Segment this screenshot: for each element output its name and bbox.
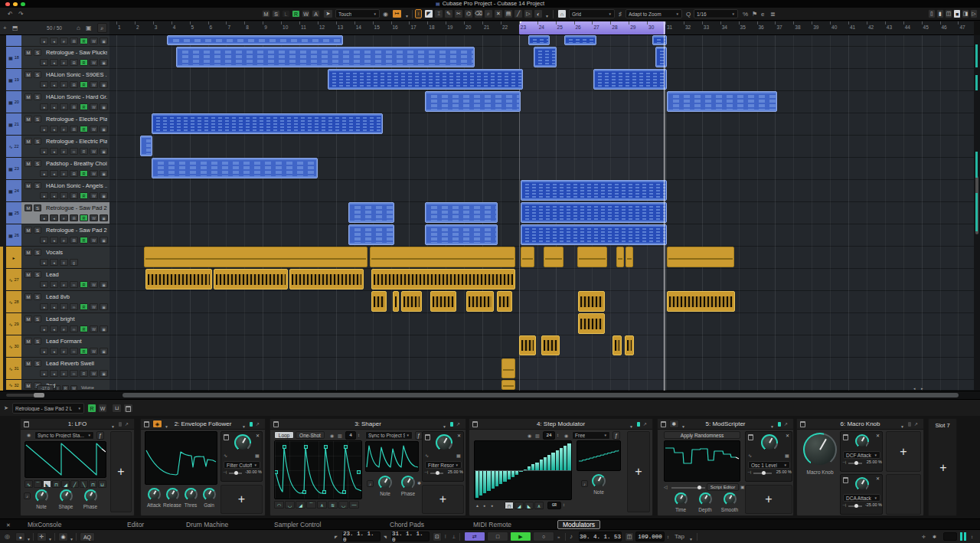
lfo-shape-5[interactable]: ╱ bbox=[70, 480, 79, 488]
settings-icon[interactable]: ✱ bbox=[933, 533, 936, 541]
add-destination-button[interactable]: + bbox=[220, 485, 263, 514]
open-in-window-icon[interactable]: ↗ bbox=[456, 420, 460, 428]
midi-event[interactable] bbox=[521, 180, 667, 201]
freeze-icon[interactable]: ⊞ bbox=[70, 170, 78, 177]
edit-channel-icon[interactable]: e bbox=[60, 325, 68, 332]
track-row-20[interactable]: ▦20MSHALion Sonic - Hard Gr...no●◂e⊞RW▣ bbox=[6, 91, 109, 113]
audio-event[interactable] bbox=[371, 269, 515, 289]
track-color-band[interactable]: ▦20 bbox=[6, 91, 21, 113]
track-row-19[interactable]: ▦19MSHALion Sonic - S90ES ...no●◂e⊞RW▣ bbox=[6, 69, 109, 91]
part-event[interactable] bbox=[521, 247, 534, 267]
record-enable-icon[interactable]: ● bbox=[40, 192, 48, 199]
color-tool[interactable]: ◐ bbox=[534, 9, 543, 18]
curve-handle[interactable] bbox=[324, 445, 328, 449]
trash-icon[interactable] bbox=[748, 434, 753, 440]
project-position-value[interactable]: 30. 4. 1. 53 bbox=[579, 532, 622, 541]
note-sync-button[interactable]: ♪ bbox=[581, 480, 588, 487]
track-row-24[interactable]: ▦24MSHALion Sonic - Angels ...gs●◂e⊞RW▣ bbox=[6, 180, 109, 202]
step-bar[interactable] bbox=[560, 448, 563, 470]
edit-instrument-icon[interactable]: ▣ bbox=[100, 237, 108, 244]
track-presets-icon[interactable]: ⬒ bbox=[12, 25, 18, 32]
curve-handle[interactable] bbox=[357, 470, 361, 474]
write-automation-button[interactable]: W bbox=[90, 281, 98, 288]
monitor-icon[interactable]: ◂ bbox=[50, 348, 58, 355]
close-icon[interactable]: ✕ bbox=[786, 433, 789, 438]
thres-knob[interactable] bbox=[185, 488, 198, 501]
one-shot-button[interactable]: One-Shot bbox=[296, 431, 325, 439]
part-event[interactable] bbox=[144, 247, 368, 267]
mute-button[interactable]: M bbox=[24, 360, 32, 367]
freeze-icon[interactable]: ⊞ bbox=[70, 214, 78, 221]
read-automation-button[interactable]: R bbox=[80, 370, 88, 377]
attack-knob[interactable] bbox=[148, 488, 161, 501]
panel-menu-icon[interactable]: ▼ bbox=[900, 423, 904, 430]
track-row-18[interactable]: ▦18MSRetrologue - Saw Plucks R●◂e⊞RW▣ bbox=[6, 47, 109, 69]
record-enable-icon[interactable]: ● bbox=[40, 303, 48, 310]
curve-preset-6[interactable]: ◡ bbox=[338, 501, 348, 509]
edit-channel-icon[interactable]: e bbox=[60, 126, 68, 132]
freeze-icon[interactable]: ∞ bbox=[70, 370, 78, 377]
mute-button[interactable]: M bbox=[24, 293, 32, 300]
grid-type-dropdown[interactable]: Adapt to Zoom▼ bbox=[626, 9, 682, 18]
curve-preset-7[interactable]: — bbox=[349, 501, 359, 509]
part-event[interactable] bbox=[501, 380, 515, 390]
retrigger-button[interactable]: ƒ bbox=[96, 431, 104, 440]
add-destination-button[interactable]: + bbox=[886, 431, 921, 472]
midi-event[interactable] bbox=[425, 91, 521, 112]
monitor-icon[interactable]: ◂ bbox=[50, 214, 58, 221]
step-bar[interactable] bbox=[487, 471, 490, 491]
midi-event[interactable] bbox=[140, 136, 152, 156]
destination-amount-knob[interactable] bbox=[761, 434, 778, 451]
edit-instrument-icon[interactable]: ▣ bbox=[100, 148, 108, 155]
track-color-band[interactable]: ▦25 bbox=[6, 202, 21, 224]
monitor-icon[interactable]: ◂ bbox=[50, 192, 58, 199]
punch-in-icon[interactable]: ⊺ bbox=[444, 533, 446, 541]
write-automation-button[interactable]: W bbox=[90, 81, 98, 88]
left-zone-toggle[interactable]: ▯ bbox=[928, 9, 936, 18]
record-enable-icon[interactable]: ● bbox=[40, 325, 48, 332]
add-destination-button[interactable]: + bbox=[110, 431, 132, 512]
destination-parameter-dropdown[interactable]: DCF Attack▼ bbox=[843, 451, 880, 459]
lfo-shape-4[interactable]: ◢ bbox=[61, 480, 70, 488]
solo-button[interactable]: S bbox=[34, 116, 41, 123]
track-color-band[interactable]: ∿27 bbox=[6, 269, 21, 290]
range-selection-tool[interactable]: ⌶ bbox=[434, 9, 443, 18]
track-name[interactable]: Retrologue - Saw Plucks R bbox=[46, 49, 107, 56]
midi-event[interactable] bbox=[528, 35, 550, 45]
write-automation-button[interactable]: W bbox=[90, 103, 98, 110]
track-row-31[interactable]: ∿31MSLead Reverb Swell●◂e∞RW▣ bbox=[6, 358, 109, 380]
draw-tool[interactable]: ✎ bbox=[444, 9, 453, 18]
add-modulator-button[interactable]: + bbox=[933, 457, 954, 479]
track-name[interactable]: Retrologue - Electric Piano bbox=[46, 116, 107, 123]
track-name[interactable]: Lead Reverb Swell bbox=[46, 360, 107, 367]
step-bar[interactable] bbox=[540, 460, 543, 470]
matrix-icon[interactable]: ▦ bbox=[785, 453, 789, 458]
step-bar[interactable] bbox=[479, 471, 482, 496]
step-bar[interactable] bbox=[519, 471, 522, 472]
trash-icon[interactable] bbox=[843, 477, 848, 483]
edit-instrument-icon[interactable]: ▣ bbox=[100, 303, 108, 310]
step-bar[interactable] bbox=[528, 466, 531, 470]
edit-instrument-icon[interactable]: ▣ bbox=[100, 325, 108, 332]
tab-mixconsole[interactable]: MixConsole bbox=[23, 520, 66, 529]
freeze-icon[interactable]: ∞ bbox=[70, 148, 78, 155]
step-shape-0[interactable]: ⊓ bbox=[505, 502, 514, 509]
read-automation-button[interactable]: R bbox=[80, 348, 88, 355]
tempo-value[interactable]: 109.000 bbox=[635, 532, 665, 541]
step-preview-display[interactable] bbox=[577, 440, 621, 471]
panel-menu-icon[interactable]: ▼ bbox=[629, 423, 633, 430]
monitor-icon[interactable]: ◂ bbox=[50, 103, 58, 110]
write-automation-button[interactable]: W bbox=[70, 385, 77, 391]
trash-icon[interactable] bbox=[224, 434, 229, 440]
step-bar[interactable] bbox=[499, 471, 502, 484]
lfo-shape-0[interactable]: ∿ bbox=[24, 480, 33, 488]
solo-button[interactable]: S bbox=[34, 271, 41, 278]
track-row-25[interactable]: ▦25MSRetrologue - Saw Pad 2 L●◂e⊞RW▣ bbox=[6, 202, 109, 224]
midi-event[interactable] bbox=[564, 35, 596, 45]
split-tool[interactable]: ✂ bbox=[454, 9, 463, 18]
cycle-button[interactable]: ⇄ bbox=[464, 532, 485, 541]
monitor-icon[interactable]: ◂ bbox=[50, 148, 58, 155]
steps-value[interactable]: 4 bbox=[345, 431, 356, 440]
trash-icon[interactable] bbox=[425, 434, 430, 440]
step-shape-2[interactable]: ◣ bbox=[524, 502, 534, 509]
